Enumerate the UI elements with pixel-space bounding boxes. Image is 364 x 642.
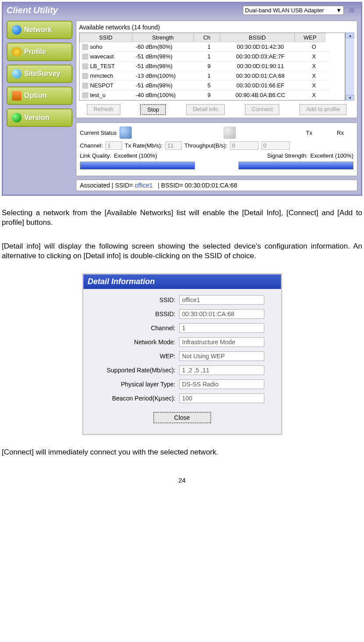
- detail-value: 100: [179, 393, 264, 403]
- table-row[interactable]: soho-60 dBm(80%)100:30:0D:01:42:30O: [79, 42, 345, 52]
- cell-wep: X: [298, 81, 330, 90]
- sidebar-item-option[interactable]: Option: [7, 87, 72, 105]
- link-quality-bar: [80, 162, 195, 170]
- cell-strength: -51 dBm(98%): [133, 81, 195, 90]
- detail-row: Physical layer Type:DS-SS Radio: [92, 379, 272, 389]
- throughput-label: Throughput(B/s):: [184, 142, 227, 149]
- wifi-icon: [82, 44, 88, 50]
- table-row[interactable]: test_u-40 dBm(100%)900:90:4B:0A:B6:CCX: [79, 90, 345, 100]
- doc-paragraph-3: [Connect] will immediately connect you w…: [0, 446, 364, 459]
- detail-value: Not Using WEP: [179, 351, 264, 361]
- signal-strength-label: Signal Strength:: [267, 152, 308, 159]
- detail-label: Physical layer Type:: [92, 381, 179, 388]
- cell-ssid: mmctech: [90, 72, 113, 79]
- refresh-button[interactable]: Refresh: [87, 104, 120, 115]
- sidebar-label: Network: [24, 26, 52, 34]
- star-icon: [12, 47, 22, 57]
- stop-button[interactable]: Stop: [140, 104, 166, 115]
- channel-label: Channel:: [80, 142, 103, 149]
- button-row: Refresh Stop Detail info Connect Add to …: [79, 104, 354, 115]
- wifi-icon: [82, 63, 88, 69]
- window-title: Client Utility: [7, 5, 58, 15]
- detail-row: BSSID:00:30:0D:01:CA:68: [92, 309, 272, 319]
- rx-label: Rx: [327, 130, 353, 136]
- close-button[interactable]: Close: [153, 412, 211, 423]
- sidebar-label: Version: [24, 114, 50, 122]
- detail-value: 1: [179, 323, 264, 333]
- txrate-label: Tx Rate(Mb/s):: [125, 142, 162, 149]
- close-icon[interactable]: ✖: [346, 5, 357, 15]
- wifi-icon: [82, 92, 88, 98]
- table-header: SSID Strength Ch BSSID WEP: [79, 33, 345, 42]
- sidebar-item-profile[interactable]: Profile: [7, 43, 72, 61]
- status-bar: Associated | SSID= office1 | BSSID= 00:3…: [76, 180, 357, 191]
- cell-ssid: test_u: [90, 92, 105, 98]
- dropdown-icon: ▼: [336, 7, 342, 14]
- wifi-icon: [82, 73, 88, 79]
- detail-row: WEP:Not Using WEP: [92, 351, 272, 361]
- detail-label: Beacon Period(Kμsec):: [92, 395, 179, 402]
- cell-ssid: soho: [90, 43, 102, 50]
- cell-bssid: 00:30:0D:03:AE:7F: [223, 52, 298, 61]
- detail-row: Supported Rate(Mb/sec):1 ,2 ,5 ,11: [92, 365, 272, 375]
- page-number: 24: [0, 476, 364, 484]
- detail-value: 1 ,2 ,5 ,11: [179, 365, 264, 375]
- cell-strength: -40 dBm(100%): [133, 90, 195, 100]
- detail-title: Detail Information: [83, 274, 281, 289]
- detail-label: Network Mode:: [92, 339, 179, 346]
- cell-ssid: wavecast: [90, 53, 114, 60]
- scroll-down-icon[interactable]: ▾: [346, 95, 354, 101]
- cell-strength: -60 dBm(80%): [133, 42, 195, 52]
- option-icon: [12, 91, 22, 101]
- cell-strength: -51 dBm(98%): [133, 61, 195, 71]
- detail-label: Supported Rate(Mb/sec):: [92, 367, 179, 374]
- detail-window: Detail Information SSID:office1BSSID:00:…: [82, 273, 282, 435]
- detail-label: WEP:: [92, 353, 179, 360]
- txrate-field: 11: [165, 141, 182, 150]
- cell-ch: 1: [195, 52, 223, 61]
- cell-wep: X: [298, 52, 330, 61]
- status-prefix: Associated | SSID=: [80, 182, 133, 189]
- globe-icon: [12, 25, 22, 35]
- th-ch[interactable]: Ch: [194, 33, 220, 42]
- table-row[interactable]: wavecast-51 dBm(98%)100:30:0D:03:AE:7FX: [79, 52, 345, 61]
- cell-ch: 9: [195, 61, 223, 71]
- table-row[interactable]: NESPOT-51 dBm(98%)500:30:0D:01:66:EFX: [79, 81, 345, 90]
- detail-label: BSSID:: [92, 310, 179, 317]
- connect-button[interactable]: Connect: [245, 104, 279, 115]
- table-row[interactable]: mmctech-13 dBm(100%)100:30:0D:01:CA:68X: [79, 71, 345, 81]
- cell-bssid: 00:30:0D:01:90:11: [223, 61, 298, 71]
- title-bar: Client Utility Dual-band WLAN USB Adapte…: [3, 3, 361, 17]
- cell-bssid: 00:30:0D:01:66:EF: [223, 81, 298, 90]
- detail-label: SSID:: [92, 296, 179, 303]
- detail-row: Beacon Period(Kμsec):100: [92, 393, 272, 403]
- status-legend: Current Status: [80, 130, 117, 136]
- table-row[interactable]: LB_TEST-51 dBm(98%)900:30:0D:01:90:11X: [79, 61, 345, 71]
- cell-wep: X: [298, 90, 330, 100]
- detail-info-button[interactable]: Detail info: [186, 104, 225, 115]
- doc-paragraph-1: Selecting a network from the [Available …: [0, 206, 364, 229]
- scroll-up-icon[interactable]: ▴: [346, 32, 354, 38]
- sidebar-item-sitesurvey[interactable]: SiteSurvey: [7, 65, 72, 83]
- tx-field: 0: [230, 141, 259, 150]
- detail-value: office1: [179, 295, 264, 305]
- networks-panel: Available networks (14 found) SSID Stren…: [76, 21, 357, 118]
- sidebar-item-network[interactable]: Network: [7, 21, 72, 39]
- scrollbar[interactable]: ▴ ▾: [345, 32, 354, 101]
- adapter-select[interactable]: Dual-band WLAN USB Adapter ▼: [243, 6, 344, 15]
- sidebar-label: Option: [24, 92, 47, 100]
- th-bssid[interactable]: BSSID: [220, 33, 295, 42]
- link-quality-label: Link Quality:: [80, 152, 112, 159]
- cell-wep: X: [298, 61, 330, 71]
- antenna-icon: [223, 126, 236, 139]
- th-ssid[interactable]: SSID: [79, 33, 132, 42]
- networks-table: SSID Strength Ch BSSID WEP soho-60 dBm(8…: [79, 32, 345, 101]
- th-wep[interactable]: WEP: [295, 33, 325, 42]
- wifi-icon: [82, 83, 88, 89]
- detail-value: DS-SS Radio: [179, 379, 264, 389]
- sidebar: Network Profile SiteSurvey Option Versio…: [7, 21, 72, 191]
- sidebar-item-version[interactable]: Version: [7, 108, 72, 127]
- status-ssid: office1: [135, 182, 153, 189]
- th-strength[interactable]: Strength: [132, 33, 194, 42]
- add-to-profile-button[interactable]: Add to profile: [299, 104, 346, 115]
